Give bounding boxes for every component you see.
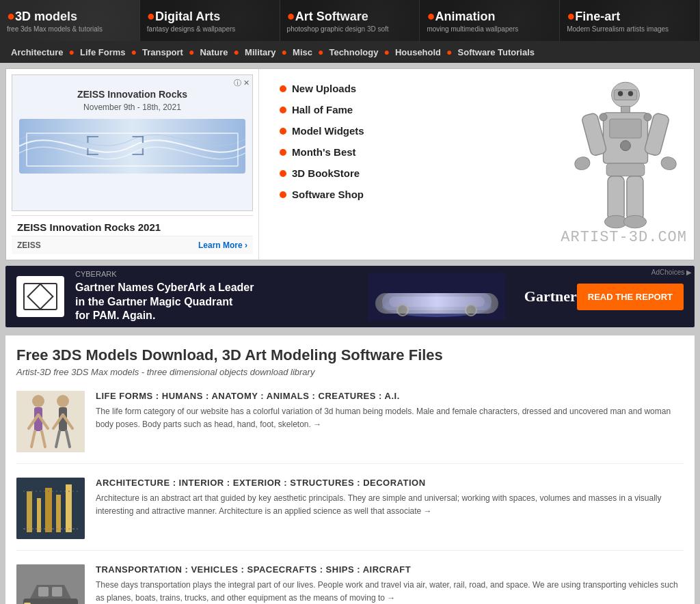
menu-new-uploads[interactable]: New Uploads: [280, 83, 537, 94]
svg-rect-6: [142, 136, 144, 143]
cyberark-logo-inner: [23, 283, 57, 310]
transport-title: TRANSPORTATION : VEHICLES : SPACECRAFTS …: [96, 564, 684, 575]
category-row-architecture: ARCHITECTURE : INTERIOR : EXTERIOR : STR…: [16, 478, 684, 551]
svg-point-32: [397, 305, 408, 316]
menu-software-shop[interactable]: Software Shop: [280, 189, 537, 200]
nav-art-software[interactable]: ●Art Software photoshop graphic design 3…: [280, 0, 420, 41]
ad-learn-more[interactable]: Learn More ›: [198, 241, 247, 250]
cat-separator-2: ●: [131, 46, 137, 57]
robot-image: [571, 76, 680, 253]
main-wrapper: ⓘ ✕ ZEISS Innovation Rocks November 9th …: [0, 63, 700, 604]
cat-transport[interactable]: Transport: [142, 47, 183, 57]
ad-footer: ZEISS Learn More ›: [12, 236, 253, 254]
transport-info: TRANSPORTATION : VEHICLES : SPACECRAFTS …: [96, 564, 684, 604]
svg-point-27: [644, 113, 651, 120]
cat-technology[interactable]: Technology: [329, 47, 378, 57]
ad-title: ZEISS Innovation Rocks: [19, 89, 245, 100]
ad-box: ⓘ ✕ ZEISS Innovation Rocks November 9th …: [6, 69, 259, 260]
cat-separator-7: ●: [383, 46, 389, 57]
transport-desc: These days transportation plays the inte…: [96, 579, 684, 604]
nav-dot-5: ●: [567, 8, 575, 23]
svg-point-20: [660, 155, 677, 171]
architecture-desc: Architecture is an abstract art that gui…: [96, 492, 684, 518]
svg-rect-23: [627, 176, 643, 220]
cat-nature[interactable]: Nature: [200, 47, 228, 57]
cat-separator-8: ●: [446, 46, 452, 57]
life-forms-desc: The life form category of our website ha…: [96, 405, 684, 431]
svg-point-33: [466, 305, 476, 316]
banner-text: CYBERARK Gartner Names CyberArk a Leader…: [75, 270, 358, 323]
nav-dot-3: ●: [287, 8, 295, 23]
ad-brand-section: ZEISS Innovation Rocks 2021: [12, 215, 253, 236]
svg-rect-57: [38, 587, 49, 596]
life-forms-info: LIFE FORMS : HUMANS : ANATOMY : ANIMALS …: [96, 391, 684, 452]
robot-area: artist-3d.com: [557, 69, 694, 260]
ad-inner: ⓘ ✕ ZEISS Innovation Rocks November 9th …: [12, 74, 253, 211]
cat-separator-6: ●: [318, 46, 323, 57]
menu-dot-6: [280, 191, 286, 198]
nav-3d-models[interactable]: ●3D models free 3ds Max models & tutoria…: [0, 0, 140, 41]
nav-animation[interactable]: ●Animation moving multimedia wallpapers: [420, 0, 560, 41]
content-section: Free 3DS Models Download, 3D Art Modelin…: [5, 335, 695, 604]
banner-cta-button[interactable]: READ THE REPORT: [577, 284, 684, 310]
cat-software-tutorials[interactable]: Software Tutorials: [458, 47, 535, 57]
top-nav: ●3D models free 3ds Max models & tutoria…: [0, 0, 700, 41]
svg-point-16: [621, 140, 631, 150]
svg-rect-5: [133, 136, 144, 137]
cyberark-logo: [16, 276, 64, 317]
banner-main-text: Gartner Names CyberArk a Leaderin the Ga…: [75, 281, 358, 323]
ad-card-title: ZEISS Innovation Rocks 2021: [17, 221, 161, 233]
nav-dot-2: ●: [147, 8, 155, 23]
menu-3d-bookstore[interactable]: 3D BookStore: [280, 167, 537, 179]
svg-point-12: [628, 91, 633, 96]
cat-architecture[interactable]: Architecture: [11, 47, 64, 57]
svg-point-35: [32, 395, 44, 407]
top-section: ⓘ ✕ ZEISS Innovation Rocks November 9th …: [5, 68, 695, 260]
svg-rect-7: [142, 148, 144, 155]
svg-point-11: [618, 91, 623, 96]
architecture-thumbnail[interactable]: [16, 478, 85, 539]
category-row-transport: TRANSPORTATION : VEHICLES : SPACECRAFTS …: [16, 564, 684, 604]
menu-dot-3: [280, 128, 286, 135]
transport-thumbnail[interactable]: [16, 564, 85, 604]
svg-rect-31: [389, 297, 485, 307]
cat-military[interactable]: Military: [245, 47, 276, 57]
cat-misc[interactable]: Misc: [293, 47, 312, 57]
cat-household[interactable]: Household: [395, 47, 441, 57]
menu-hall-of-fame[interactable]: Hall of Fame: [280, 104, 537, 115]
menu-dot-4: [280, 149, 286, 156]
svg-rect-10: [614, 90, 636, 100]
svg-rect-50: [45, 488, 52, 532]
ad-info-icon[interactable]: ⓘ ✕: [234, 78, 250, 88]
nav-digital-arts[interactable]: ●Digital Arts fantasy designs & wallpape…: [140, 0, 280, 41]
architecture-info: ARCHITECTURE : INTERIOR : EXTERIOR : STR…: [96, 478, 684, 539]
svg-rect-4: [87, 154, 98, 155]
menu-dot-2: [280, 107, 286, 113]
architecture-title: ARCHITECTURE : INTERIOR : EXTERIOR : STR…: [96, 478, 684, 488]
category-row-life-forms: LIFE FORMS : HUMANS : ANATOMY : ANIMALS …: [16, 391, 684, 464]
menu-dot-1: [280, 85, 286, 92]
menu-months-best[interactable]: Month's Best: [280, 146, 537, 158]
svg-rect-22: [608, 176, 624, 220]
svg-point-19: [574, 155, 591, 171]
svg-rect-49: [37, 498, 41, 532]
page-title: Free 3DS Models Download, 3D Art Modelin…: [16, 346, 684, 364]
menu-model-widgets[interactable]: Model Widgets: [280, 125, 537, 137]
cat-separator-1: ●: [69, 46, 75, 57]
nav-dot-4: ●: [427, 8, 435, 23]
dropdown-menu: New Uploads Hall of Fame Model Widgets M…: [259, 69, 557, 260]
svg-rect-1: [87, 136, 98, 137]
page-subtitle: Artist-3D free 3DS Max models - three di…: [16, 367, 684, 377]
life-forms-thumbnail[interactable]: [16, 391, 85, 452]
cat-separator-4: ●: [234, 46, 239, 57]
category-nav: Architecture ● Life Forms ● Transport ● …: [0, 41, 700, 63]
menu-dot-5: [280, 170, 286, 177]
svg-rect-15: [610, 119, 641, 138]
site-logo: artist-3d.com: [561, 229, 687, 246]
nav-dot: ●: [7, 8, 15, 23]
svg-rect-13: [621, 106, 630, 112]
svg-rect-8: [133, 154, 144, 155]
nav-fine-art[interactable]: ●Fine-art Modern Surrealism artists imag…: [560, 0, 700, 41]
cat-life-forms[interactable]: Life Forms: [80, 47, 125, 57]
svg-rect-48: [27, 491, 32, 532]
